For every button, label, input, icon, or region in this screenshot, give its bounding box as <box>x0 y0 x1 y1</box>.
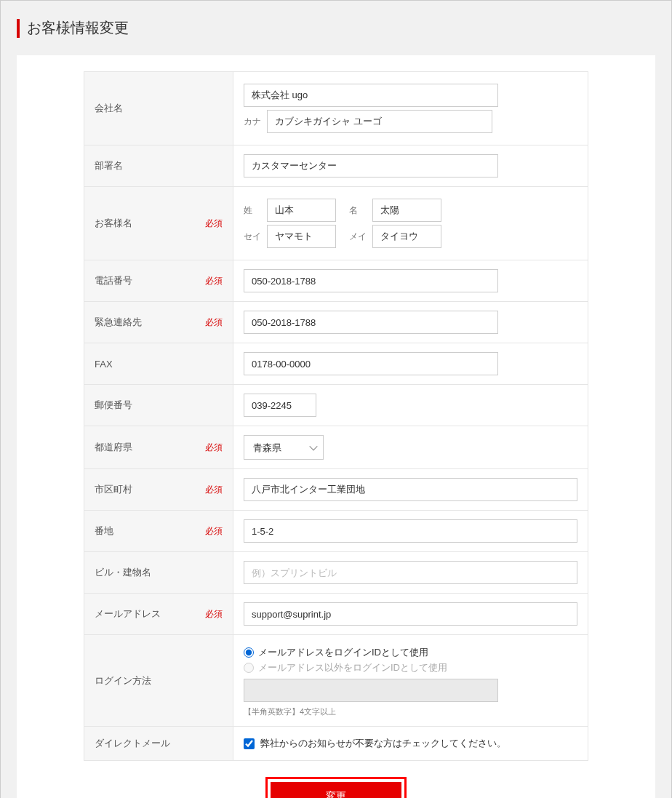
row-city: 市区町村 必須 <box>84 469 588 511</box>
label-city: 市区町村 <box>95 484 132 495</box>
dm-checkbox[interactable] <box>244 738 255 749</box>
page-title: お客様情報変更 <box>27 18 129 38</box>
row-customer-name: お客様名 必須 姓 名 セイ メイ <box>84 187 588 260</box>
page-container: お客様情報変更 会社名 カナ <box>0 0 672 798</box>
emergency-input[interactable] <box>244 311 498 334</box>
row-building: ビル・建物名 <box>84 552 588 594</box>
label-sei: 姓 <box>244 204 261 217</box>
tel-input[interactable] <box>244 269 498 292</box>
department-input[interactable] <box>244 154 498 177</box>
label-login: ログイン方法 <box>95 675 151 686</box>
login-radio-other[interactable] <box>244 663 254 673</box>
label-postal: 郵便番号 <box>95 399 132 410</box>
label-company-kana: カナ <box>244 116 261 128</box>
label-prefecture: 都道府県 <box>95 442 132 452</box>
required-badge: 必須 <box>205 442 223 454</box>
label-department: 部署名 <box>95 160 123 171</box>
required-badge: 必須 <box>205 316 223 329</box>
company-input[interactable] <box>244 84 498 107</box>
row-prefecture: 都道府県 必須 青森県 <box>84 426 588 469</box>
label-building: ビル・建物名 <box>95 567 151 578</box>
customer-form: 会社名 カナ 部署名 <box>84 71 588 761</box>
city-input[interactable] <box>244 478 577 501</box>
row-fax: FAX <box>84 343 588 385</box>
required-badge: 必須 <box>205 525 223 538</box>
mei-input[interactable] <box>372 199 441 222</box>
label-emergency: 緊急連絡先 <box>95 316 142 327</box>
title-accent <box>17 19 20 38</box>
row-email: メールアドレス 必須 <box>84 594 588 635</box>
login-radio-email[interactable] <box>244 647 254 658</box>
row-emergency: 緊急連絡先 必須 <box>84 302 588 343</box>
row-tel: 電話番号 必須 <box>84 260 588 302</box>
postal-input[interactable] <box>244 394 316 417</box>
label-sei-kana: セイ <box>244 231 261 243</box>
prefecture-select[interactable]: 青森県 <box>244 435 324 460</box>
login-option-email: メールアドレスをログインIDとして使用 <box>258 646 428 659</box>
label-fax: FAX <box>95 359 113 370</box>
required-badge: 必須 <box>205 275 223 287</box>
row-street: 番地 必須 <box>84 511 588 552</box>
required-badge: 必須 <box>205 484 223 496</box>
row-department: 部署名 <box>84 145 588 187</box>
label-mei: 名 <box>349 204 367 217</box>
label-customer-name: お客様名 <box>95 218 132 228</box>
login-id-input <box>244 679 498 702</box>
mei-kana-input[interactable] <box>372 225 441 248</box>
page-header: お客様情報変更 <box>1 1 671 55</box>
sei-kana-input[interactable] <box>267 225 336 248</box>
submit-area: 変更 <box>84 777 588 798</box>
label-company: 会社名 <box>95 103 123 113</box>
login-hint: 【半角英数字】4文字以上 <box>244 706 577 717</box>
required-badge: 必須 <box>205 608 223 621</box>
street-input[interactable] <box>244 519 577 543</box>
submit-button[interactable]: 変更 <box>271 782 401 798</box>
company-kana-input[interactable] <box>267 110 492 133</box>
label-street: 番地 <box>95 525 113 536</box>
fax-input[interactable] <box>244 352 498 375</box>
label-tel: 電話番号 <box>95 275 132 286</box>
row-postal: 郵便番号 <box>84 385 588 426</box>
sei-input[interactable] <box>267 199 336 222</box>
label-email: メールアドレス <box>95 608 161 619</box>
row-dm: ダイレクトメール 弊社からのお知らせが不要な方はチェックしてください。 <box>84 727 588 761</box>
row-company: 会社名 カナ <box>84 72 588 145</box>
login-option-other: メールアドレス以外をログインIDとして使用 <box>258 661 447 674</box>
label-dm: ダイレクトメール <box>95 738 170 749</box>
dm-text: 弊社からのお知らせが不要な方はチェックしてください。 <box>260 737 506 750</box>
building-input[interactable] <box>244 561 577 584</box>
label-mei-kana: メイ <box>349 231 367 243</box>
email-input[interactable] <box>244 602 577 626</box>
required-badge: 必須 <box>205 218 223 230</box>
submit-highlight: 変更 <box>265 777 407 798</box>
row-login: ログイン方法 メールアドレスをログインIDとして使用 メールアドレス以外をログイ… <box>84 635 588 727</box>
form-panel: 会社名 カナ 部署名 <box>17 55 655 798</box>
